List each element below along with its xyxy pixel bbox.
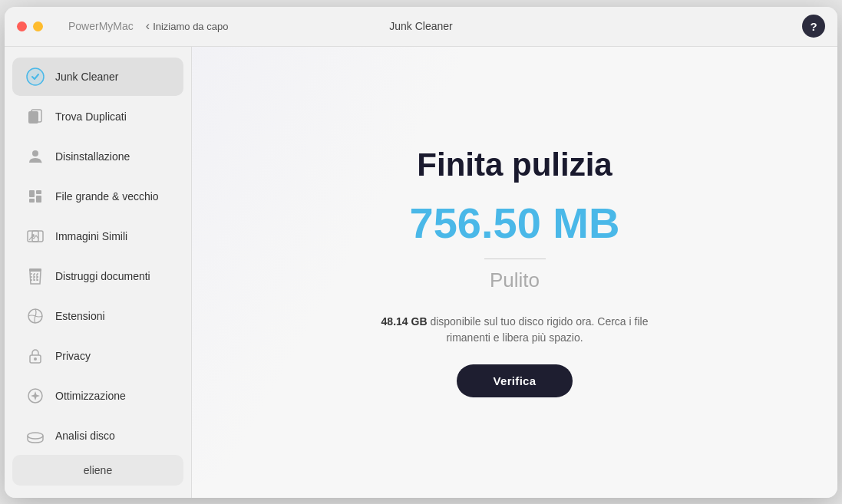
sidebar-user[interactable]: eliene (12, 455, 183, 486)
divider-line (484, 259, 546, 259)
sidebar-item-privacy[interactable]: Privacy (12, 337, 183, 375)
verify-button[interactable]: Verifica (457, 364, 573, 397)
sidebar: Junk Cleaner Trova Duplicati (5, 47, 192, 498)
back-label: Iniziamo da capo (153, 21, 228, 32)
disk-size: 48.14 GB (381, 315, 428, 328)
svg-point-4 (32, 150, 38, 156)
trova-duplicati-icon (25, 106, 46, 127)
immagini-simili-icon (25, 226, 46, 247)
help-button[interactable]: ? (802, 15, 825, 38)
cleaned-amount: 756.50 MB (410, 202, 620, 245)
sidebar-item-label: Trova Duplicati (55, 110, 127, 123)
sidebar-item-immagini-simili[interactable]: Immagini Simili (12, 217, 183, 255)
minimize-button[interactable] (33, 21, 43, 31)
sidebar-item-label: Immagini Simili (55, 230, 127, 242)
svg-point-21 (34, 357, 37, 361)
sidebar-item-label: Junk Cleaner (55, 71, 119, 83)
sidebar-item-analisi-disco[interactable]: Analisi disco (12, 417, 183, 449)
main-layout: Junk Cleaner Trova Duplicati (5, 47, 837, 498)
disk-info: 48.14 GB disponibile sul tuo disco rigid… (369, 314, 661, 346)
app-name: PowerMyMac (68, 20, 134, 32)
sidebar-item-estensioni[interactable]: Estensioni (12, 297, 183, 335)
junk-cleaner-icon (25, 66, 46, 87)
distruggi-documenti-icon (25, 265, 46, 287)
title-bar: PowerMyMac ‹ Iniziamo da capo Junk Clean… (5, 7, 837, 47)
sidebar-item-junk-cleaner[interactable]: Junk Cleaner (12, 58, 183, 96)
sidebar-items: Junk Cleaner Trova Duplicati (5, 56, 191, 449)
estensioni-icon (25, 305, 46, 327)
finish-title: Finita pulizia (417, 147, 612, 183)
sidebar-item-label: Disinstallazione (55, 150, 130, 163)
disinstallazione-icon (25, 146, 46, 167)
svg-rect-6 (29, 190, 35, 197)
disk-description: disponibile sul tuo disco rigido ora. Ce… (428, 315, 649, 344)
content-area: Finita pulizia 756.50 MB Pulito 48.14 GB… (192, 47, 837, 498)
cleaned-label: Pulito (490, 268, 540, 292)
sidebar-item-label: Distruggi documenti (55, 270, 150, 282)
svg-rect-9 (36, 196, 41, 203)
sidebar-item-file-grande[interactable]: File grande & vecchio (12, 177, 183, 216)
sidebar-item-ottimizzazione[interactable]: Ottimizzazione (12, 377, 183, 415)
traffic-lights (17, 21, 59, 31)
ottimizzazione-icon (25, 385, 46, 407)
svg-point-12 (31, 234, 35, 237)
chevron-left-icon: ‹ (146, 19, 150, 33)
svg-rect-13 (29, 268, 41, 272)
file-grande-icon (25, 186, 46, 207)
analisi-disco-icon (25, 425, 46, 446)
svg-point-23 (28, 433, 43, 439)
sidebar-item-label: Analisi disco (55, 430, 115, 442)
app-window: PowerMyMac ‹ Iniziamo da capo Junk Clean… (5, 7, 837, 498)
sidebar-item-distruggi-documenti[interactable]: Distruggi documenti (12, 257, 183, 295)
back-navigation[interactable]: ‹ Iniziamo da capo (146, 19, 229, 33)
svg-rect-7 (36, 190, 41, 194)
sidebar-item-label: Estensioni (55, 310, 105, 322)
svg-rect-8 (29, 199, 35, 203)
sidebar-item-label: Privacy (55, 350, 91, 362)
sidebar-item-label: Ottimizzazione (55, 390, 126, 402)
content-inner: Finita pulizia 756.50 MB Pulito 48.14 GB… (369, 147, 661, 397)
sidebar-item-trova-duplicati[interactable]: Trova Duplicati (12, 97, 183, 136)
sidebar-item-disinstallazione[interactable]: Disinstallazione (12, 137, 183, 176)
close-button[interactable] (17, 21, 27, 31)
window-title: Junk Cleaner (389, 20, 453, 32)
privacy-icon (25, 345, 46, 367)
sidebar-item-label: File grande & vecchio (55, 190, 159, 203)
